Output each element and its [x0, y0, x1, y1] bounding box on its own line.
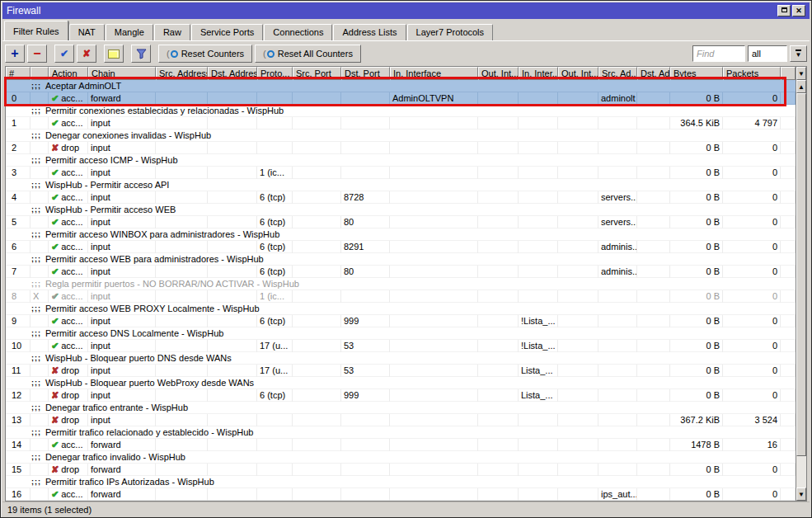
rule-row[interactable]: 13✘dropinput367.2 KiB3 524	[6, 414, 796, 426]
column-header-proto[interactable]: Proto...	[257, 67, 293, 80]
comment-prefix-icon: ;;;	[31, 377, 41, 388]
column-header-dst-list[interactable]: Dst. Ad...	[637, 67, 670, 80]
comment-row[interactable]: ;;;Permitir acceso WEB PROXY Localmente …	[6, 303, 796, 315]
scrollbar-track[interactable]	[796, 93, 806, 487]
comment-row[interactable]: ;;;Permitir conexiones establecidas y re…	[6, 105, 796, 117]
column-header-in-interface[interactable]: In. Interface	[390, 67, 478, 80]
rule-row[interactable]: 1✔acc...input364.5 KiB4 797	[6, 117, 796, 130]
comment-row[interactable]: ;;;WispHub - Bloquear puerto WebProxy de…	[6, 377, 796, 389]
rule-row[interactable]: 7✔acc...input6 (tcp)80adminis...0 B0	[6, 266, 796, 278]
comment-row[interactable]: ;;;Permitir acceso DNS Localmente - Wisp…	[6, 327, 796, 340]
in-list-cell	[519, 92, 558, 105]
rule-row[interactable]: 9✔acc...input6 (tcp)999!Lista_...0 B0	[6, 315, 796, 327]
tab-connections[interactable]: Connections	[264, 24, 332, 40]
column-header-src-port[interactable]: Src. Port	[293, 67, 341, 80]
rule-row[interactable]: 15✘dropforward0 B0	[6, 464, 796, 476]
filler-cell	[781, 365, 796, 377]
rule-row[interactable]: 2✘dropinput0 B0	[6, 142, 796, 154]
action-cell: ✔acc...	[49, 290, 88, 303]
filter-button[interactable]	[131, 45, 151, 63]
comment-row[interactable]: ;;;Regla permitir puertos - NO BORRAR/NO…	[6, 278, 796, 290]
proto-cell	[257, 142, 293, 154]
out-interface-cell	[478, 117, 519, 130]
rule-row[interactable]: 11✘dropinput17 (u...53Lista_...0 B0	[6, 365, 796, 377]
column-header-flag[interactable]	[31, 67, 49, 80]
column-header-in-list[interactable]: In. Inter...	[519, 67, 558, 80]
src-address-cell	[156, 340, 208, 352]
vertical-scrollbar[interactable]: ▼ ▲ ▼	[796, 67, 806, 501]
tab-raw[interactable]: Raw	[154, 24, 190, 40]
reset-counters-button[interactable]: ( Reset Counters	[158, 45, 252, 63]
comment-row[interactable]: ;;;Denegar trafico entrante - WispHub	[6, 402, 796, 414]
tab-mangle[interactable]: Mangle	[106, 24, 153, 40]
comment-row[interactable]: ;;;WispHub - Permitir acceso WEB	[6, 204, 796, 216]
comment-row[interactable]: ;;;Denegar conexiones invalidas - WispHu…	[6, 130, 796, 142]
rule-row[interactable]: 14✔acc...forward1478 B16	[6, 439, 796, 451]
tab-nat[interactable]: NAT	[69, 24, 105, 40]
column-header-out-interface[interactable]: Out. Int...	[478, 67, 519, 80]
flag-cell	[31, 439, 49, 451]
in-interface-cell	[390, 191, 478, 204]
comment-row[interactable]: ;;;Aceptar AdminOLT	[6, 80, 796, 92]
find-input[interactable]	[692, 45, 745, 62]
comment-row[interactable]: ;;;Permitir acceso WINBOX para administr…	[6, 228, 796, 241]
column-header-chain[interactable]: Chain	[88, 67, 156, 80]
tab-address-lists[interactable]: Address Lists	[333, 24, 406, 40]
enable-rule-button[interactable]: ✔	[54, 45, 74, 63]
comment-prefix-icon: ;;;	[31, 204, 41, 215]
tab-layer7-protocols[interactable]: Layer7 Protocols	[407, 24, 494, 40]
comment-row[interactable]: ;;;Permitir trafico relacionado y establ…	[6, 426, 796, 439]
filter-scope-combo[interactable]: all	[748, 45, 787, 62]
comment-row[interactable]: ;;;Permitir trafico IPs Autorizadas - Wi…	[6, 476, 796, 488]
action-cell: ✘drop	[49, 142, 88, 154]
maximize-button[interactable]	[777, 5, 791, 16]
disable-rule-button[interactable]: ✘	[77, 45, 96, 63]
add-rule-button[interactable]: +	[5, 45, 25, 63]
rule-row[interactable]: 5✔acc...input6 (tcp)80servers...0 B0	[6, 216, 796, 228]
comment-text: WispHub - Permitir acceso WEB	[45, 204, 176, 215]
scroll-down-button[interactable]: ▼	[796, 487, 806, 501]
rule-row[interactable]: 16✔acc...forwardips_aut...0 B0	[6, 488, 796, 501]
column-header-dst-address[interactable]: Dst. Address	[208, 67, 257, 80]
column-header-src-list[interactable]: Src. Ad...	[598, 67, 637, 80]
tab-service-ports[interactable]: Service Ports	[191, 24, 263, 40]
rule-row[interactable]: 10✔acc...input17 (u...53!Lista_...0 B0	[6, 340, 796, 352]
dst-address-cell	[208, 117, 257, 130]
rule-row[interactable]: 8X✔acc...input1 (ic...0 B0	[6, 290, 796, 303]
comment-row[interactable]: ;;;WispHub - Bloquear puerto DNS desde W…	[6, 352, 796, 365]
column-header-dst-port[interactable]: Dst. Port	[341, 67, 390, 80]
comment-row[interactable]: ;;;WispHub - Permitir acceso API	[6, 179, 796, 191]
column-header-filler[interactable]	[781, 67, 796, 80]
scrollbar-thumb[interactable]	[796, 93, 806, 456]
comment-row[interactable]: ;;;Denegar trafico invalido - WispHub	[6, 451, 796, 464]
filter-scope-dropdown-button[interactable]: ▼	[790, 45, 807, 62]
table-header: #ActionChainSrc. AddressDst. AddressProt…	[6, 67, 796, 80]
rule-row[interactable]: 0✔acc...forwardAdminOLTVPNadminolt0 B0	[6, 92, 796, 105]
column-header-src-address[interactable]: Src. Address	[156, 67, 208, 80]
rule-row[interactable]: 3✔acc...input1 (ic...0 B0	[6, 167, 796, 179]
chain-cell: input	[88, 117, 156, 130]
comment-row[interactable]: ;;;Permitir acceso ICMP - WispHub	[6, 154, 796, 167]
column-select-button[interactable]: ▼	[796, 67, 806, 80]
rule-row[interactable]: 12✘dropinput6 (tcp)999Lista_...0 B0	[6, 389, 796, 402]
column-header-bytes[interactable]: Bytes	[670, 67, 723, 80]
comment-prefix-icon: ;;;	[31, 154, 41, 166]
remove-rule-button[interactable]: −	[27, 45, 47, 63]
column-header-action[interactable]: Action	[49, 67, 88, 80]
column-header-out-list[interactable]: Out. Int...	[558, 67, 598, 80]
comment-row[interactable]: ;;;Permitir acceso WEB para administrado…	[6, 253, 796, 266]
drop-icon: ✘	[51, 143, 59, 153]
reset-all-counters-button[interactable]: ( Reset All Counters	[255, 45, 361, 63]
comment-button[interactable]	[104, 45, 124, 63]
num-cell: 2	[6, 142, 31, 154]
close-button[interactable]: ✕	[792, 5, 805, 16]
rule-row[interactable]: 4✔acc...input6 (tcp)8728servers...0 B0	[6, 191, 796, 204]
tab-filter-rules[interactable]: Filter Rules	[4, 21, 68, 40]
dst-list-cell	[637, 92, 670, 105]
column-header-packets[interactable]: Packets	[723, 67, 781, 80]
rule-row[interactable]: 6✔acc...input6 (tcp)8291adminis...0 B0	[6, 241, 796, 253]
scroll-up-button[interactable]: ▲	[796, 80, 806, 93]
column-header-num[interactable]: #	[6, 67, 31, 80]
in-interface-cell	[390, 365, 478, 377]
src-address-cell	[156, 389, 208, 402]
